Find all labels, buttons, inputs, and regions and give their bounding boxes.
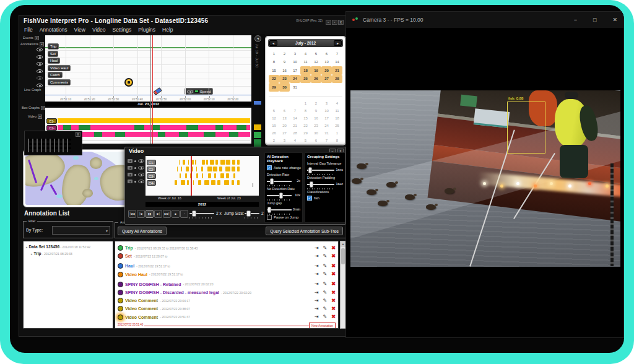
calendar-day[interactable]: 21: [290, 122, 300, 129]
calendar-day[interactable]: 8: [332, 137, 342, 144]
query-all-button[interactable]: Query All Annotations: [118, 227, 167, 235]
calendar-day[interactable]: 29: [300, 129, 311, 137]
calendar-day[interactable]: 8: [300, 107, 311, 115]
delete-icon[interactable]: ✖: [331, 314, 336, 319]
camera-icon[interactable]: [128, 159, 132, 163]
calendar-day[interactable]: 28: [332, 75, 342, 84]
clock-button[interactable]: ◔: [180, 210, 188, 218]
menu-item-view[interactable]: View: [74, 27, 85, 33]
by-type-select[interactable]: ▼: [52, 226, 110, 235]
skip-start-button[interactable]: |◀◀: [128, 210, 136, 218]
timeline-row-badge-comments[interactable]: Comments: [48, 79, 71, 85]
record-dot-icon[interactable]: [134, 167, 136, 169]
visibility-eye-icon[interactable]: [37, 62, 43, 66]
box-graphs-dropdown-icon[interactable]: ▼: [41, 106, 45, 110]
calendar-day[interactable]: 10: [321, 107, 332, 115]
calendar-day[interactable]: 2: [269, 137, 279, 144]
menu-item-annotations[interactable]: Annotations: [40, 27, 67, 33]
calendar-day[interactable]: 7: [321, 137, 332, 144]
video-playhead-cursor[interactable]: [191, 156, 192, 196]
camera-icon[interactable]: [128, 173, 132, 176]
playback-rate-slider[interactable]: [189, 210, 214, 217]
calendar-day[interactable]: 7: [332, 50, 342, 58]
annotation-entry[interactable]: Video Comment- 2012/07/22 20:38:07⇥✎✖: [118, 305, 336, 313]
calendar-day[interactable]: 23: [311, 122, 321, 129]
calendar-day[interactable]: 8: [269, 58, 279, 67]
calendar-day[interactable]: 20: [321, 66, 332, 75]
delete-icon[interactable]: ✖: [331, 306, 336, 311]
calendar-day[interactable]: 21: [332, 66, 342, 75]
calendar-day[interactable]: 11: [332, 107, 342, 115]
calendar-day[interactable]: 6: [321, 50, 332, 58]
timeline-row-badge-catch[interactable]: Catch: [48, 72, 63, 78]
auto-rate-checkbox[interactable]: ✓: [267, 165, 272, 170]
eye-icon[interactable]: [138, 180, 144, 183]
camera-icon[interactable]: [128, 180, 132, 183]
close-button[interactable]: X: [338, 20, 344, 25]
calendar-day[interactable]: 1: [269, 50, 279, 58]
annotation-entry[interactable]: SPINY DOGFISH - Retained- 2012/07/22 20:…: [118, 280, 336, 288]
edit-icon[interactable]: ✎: [323, 272, 328, 277]
calendar-day[interactable]: 15: [269, 66, 279, 75]
calendar-day[interactable]: 27: [279, 129, 290, 137]
calendar-day[interactable]: 25: [300, 75, 311, 84]
pause-on-jump-checkbox[interactable]: [267, 215, 272, 220]
calendar-day[interactable]: 3: [279, 137, 290, 144]
delete-icon[interactable]: ✖: [331, 246, 336, 251]
calendar-day[interactable]: 19: [311, 66, 321, 75]
timeline-plot[interactable]: Speed TripSetHaulVideo HaulCatchComments…: [45, 35, 251, 102]
comment-marker-icon[interactable]: [124, 78, 133, 87]
scroll-left-button[interactable]: ◄: [254, 35, 261, 42]
eye-icon[interactable]: [138, 159, 144, 163]
calendar-day[interactable]: 19: [269, 122, 279, 129]
menu-item-file[interactable]: File: [24, 27, 33, 33]
calendar-day[interactable]: 6: [279, 107, 290, 115]
maximize-button[interactable]: □: [593, 17, 596, 23]
timeline-row-badge-set[interactable]: Set: [48, 51, 58, 57]
calendar-day[interactable]: 27: [321, 75, 332, 84]
close-button[interactable]: ✕: [612, 17, 617, 23]
tree-item[interactable]: ▸Trip - 2012/07/21 08:29:33: [31, 251, 72, 256]
delete-icon[interactable]: ✖: [331, 272, 336, 277]
jump-to-icon[interactable]: ⇥: [315, 254, 319, 259]
timeline-row-badge-trip[interactable]: Trip: [48, 43, 59, 50]
delete-icon[interactable]: ✖: [331, 254, 336, 259]
scroll-up-icon[interactable]: ▲: [341, 241, 345, 247]
calendar-day[interactable]: 17: [290, 66, 300, 75]
visibility-eye-icon[interactable]: [37, 76, 43, 80]
menu-item-plugins[interactable]: Plugins: [138, 27, 155, 33]
camera-icon[interactable]: [128, 166, 132, 170]
calendar-day[interactable]: 11: [300, 58, 311, 67]
annotations-dropdown-icon[interactable]: ▼: [40, 42, 44, 46]
jump-to-icon[interactable]: ⇥: [315, 290, 319, 295]
calendar-day[interactable]: 24: [290, 75, 300, 84]
close-icon[interactable]: X: [76, 132, 80, 137]
calendar-day[interactable]: 25: [332, 122, 342, 129]
pause-button[interactable]: ▮▮: [145, 210, 154, 218]
tree-expander-icon[interactable]: ▸: [31, 252, 33, 256]
eye-icon[interactable]: [138, 173, 144, 176]
annotation-entry[interactable]: SPINY DOGFISH - Discarded - measured leg…: [118, 288, 336, 297]
camera-titlebar[interactable]: Camera 3 - - FPS = 10.00 − □ ✕: [346, 12, 623, 28]
calendar-day[interactable]: 22: [300, 122, 311, 129]
channel-badge-c2[interactable]: C2-: [46, 125, 57, 131]
menu-item-video[interactable]: Video: [92, 27, 106, 33]
calendar-day[interactable]: 3: [290, 50, 300, 58]
video-channel-badge[interactable]: C4-: [147, 180, 156, 186]
prev-frame-button[interactable]: |◀: [137, 210, 145, 218]
calendar-day[interactable]: 31: [290, 83, 300, 92]
edit-icon[interactable]: ✎: [323, 254, 328, 259]
calendar-day[interactable]: 1: [332, 129, 342, 137]
stop-button[interactable]: ■: [172, 210, 180, 218]
calendar-day[interactable]: 29: [269, 83, 279, 92]
slider-thumb[interactable]: [246, 210, 251, 217]
annotation-tree-panel[interactable]: ▸Data Set 123456 - 2012/07/18 11:52:42▸T…: [23, 241, 113, 329]
calendar-day[interactable]: 31: [321, 129, 332, 137]
jump-to-icon[interactable]: ⇥: [315, 246, 319, 251]
calendar-next-button[interactable]: ►: [334, 40, 342, 46]
calendar-day[interactable]: 9: [311, 107, 321, 115]
edit-icon[interactable]: ✎: [323, 298, 328, 303]
calendar-day[interactable]: 16: [279, 66, 290, 75]
calendar-day[interactable]: 7: [290, 107, 300, 115]
jump-to-icon[interactable]: ⇥: [315, 306, 319, 311]
